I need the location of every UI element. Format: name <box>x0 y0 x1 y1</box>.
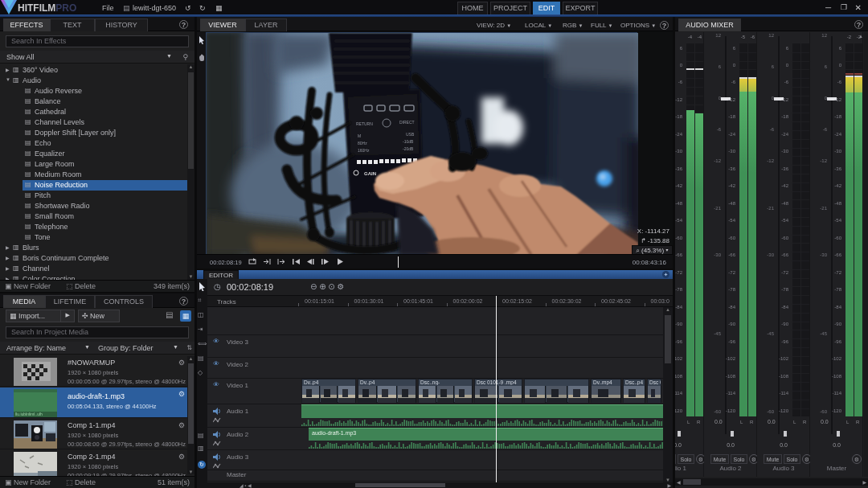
svg-text:DIRECT: DIRECT <box>399 120 415 125</box>
svg-text:M: M <box>358 133 361 138</box>
svg-text:-10dB: -10dB <box>403 139 414 144</box>
svg-text:-20dB: -20dB <box>403 146 414 151</box>
svg-text:RETURN: RETURN <box>356 121 373 126</box>
svg-text:llu.iublnliml..ulh: llu.iublnliml..ulh <box>15 412 43 416</box>
svg-text:80Hz: 80Hz <box>358 141 367 146</box>
svg-text:160Hz: 160Hz <box>358 148 370 153</box>
svg-text:USB: USB <box>406 132 415 137</box>
svg-text:GAIN: GAIN <box>364 171 376 176</box>
